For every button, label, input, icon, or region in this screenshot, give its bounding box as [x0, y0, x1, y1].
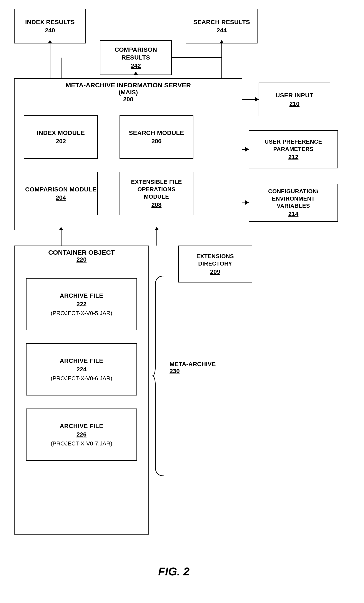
search-module-box: SEARCH MODULE 206 [119, 115, 193, 159]
search-module-label: SEARCH MODULE [129, 129, 184, 137]
search-results-box: SEARCH RESULTS 244 [186, 9, 258, 44]
user-input-label: USER INPUT [276, 92, 314, 99]
comparison-module-label: COMPARISON MODULE [25, 186, 96, 193]
arrow-ext-dir-to-mais [156, 230, 157, 245]
user-pref-number: 212 [288, 154, 299, 161]
archive-file-226-box: ARCHIVE FILE 226 (PROJECT-X-V0-7.JAR) [26, 408, 137, 461]
index-module-box: INDEX MODULE 202 [24, 115, 98, 159]
user-input-number: 210 [289, 100, 300, 107]
user-pref-box: USER PREFERENCEPARAMETERS 212 [249, 130, 338, 168]
arrow-left-up-mais [61, 58, 61, 78]
arrowhead-search-up [220, 40, 224, 44]
index-results-number: 240 [45, 27, 55, 34]
index-results-box: INDEX RESULTS 240 [14, 9, 86, 44]
comparison-module-number: 204 [56, 194, 66, 201]
index-module-number: 202 [56, 138, 66, 145]
search-results-number: 244 [217, 27, 227, 34]
archive-file-222-box: ARCHIVE FILE 222 (PROJECT-X-V0-5.JAR) [26, 278, 137, 330]
index-results-label: INDEX RESULTS [25, 18, 75, 26]
archive-file-222-filename: (PROJECT-X-V0-5.JAR) [51, 310, 112, 317]
archive-file-226-number: 226 [76, 431, 87, 438]
diagram: INDEX RESULTS 240 SEARCH RESULTS 244 COM… [0, 0, 364, 603]
meta-archive-label: META-ARCHIVE 230 [169, 361, 216, 375]
comparison-results-box: COMPARISON RESULTS 242 [100, 40, 172, 75]
extensible-file-label: EXTENSIBLE FILEOPERATIONSMODULE [131, 178, 182, 200]
extensions-directory-number: 209 [210, 268, 220, 275]
user-pref-label: USER PREFERENCEPARAMETERS [265, 138, 322, 153]
config-env-box: CONFIGURATION/ENVIRONMENTVARIABLES 214 [249, 184, 338, 222]
arrowhead-search-userpref-right [245, 147, 249, 151]
arrowhead-mais-index [48, 40, 52, 44]
archive-file-226-label: ARCHIVE FILE [60, 422, 103, 430]
extensions-directory-label: EXTENSIONSDIRECTORY [197, 253, 234, 267]
config-env-number: 214 [288, 210, 299, 218]
archive-file-224-box: ARCHIVE FILE 224 (PROJECT-X-V0-6.JAR) [26, 343, 137, 395]
arrowhead-container-mais-left [59, 227, 63, 230]
comparison-results-number: 242 [131, 62, 141, 69]
arrowhead-mais-userinput-right [255, 97, 258, 102]
container-object-title: CONTAINER OBJECT 220 [14, 249, 149, 263]
meta-archive-brace [151, 276, 168, 476]
comparison-results-label: COMPARISON RESULTS [100, 46, 171, 62]
search-results-label: SEARCH RESULTS [193, 18, 250, 26]
index-module-label: INDEX MODULE [37, 129, 85, 137]
arrow-container-to-mais-left [61, 230, 61, 245]
search-module-number: 206 [152, 138, 162, 145]
user-input-box: USER INPUT 210 [258, 82, 330, 116]
archive-file-222-number: 222 [76, 301, 87, 308]
archive-file-224-filename: (PROJECT-X-V0-6.JAR) [51, 375, 112, 382]
arrowhead-ext-dir-mais [154, 227, 159, 230]
mais-title: META-ARCHIVE INFORMATION SERVER (MAIS) 2… [14, 81, 242, 103]
arrowhead-ext-config-right [245, 200, 249, 205]
archive-file-222-label: ARCHIVE FILE [60, 292, 103, 300]
figure-label: FIG. 2 [130, 565, 217, 578]
archive-file-226-filename: (PROJECT-X-V0-7.JAR) [51, 440, 112, 447]
extensible-file-box: EXTENSIBLE FILEOPERATIONSMODULE 208 [119, 172, 193, 215]
archive-file-224-label: ARCHIVE FILE [60, 357, 103, 365]
config-env-label: CONFIGURATION/ENVIRONMENTVARIABLES [268, 188, 318, 210]
arrow-mais-to-index [50, 44, 50, 78]
arrowhead-mais-comparison-results [134, 71, 138, 75]
arrow-search-up [222, 44, 222, 78]
archive-file-224-number: 224 [76, 366, 87, 373]
extensions-directory-box: EXTENSIONSDIRECTORY 209 [178, 245, 252, 282]
arrow-horiz-search [172, 57, 222, 58]
extensible-file-number: 208 [152, 201, 162, 209]
comparison-module-box: COMPARISON MODULE 204 [24, 172, 98, 215]
